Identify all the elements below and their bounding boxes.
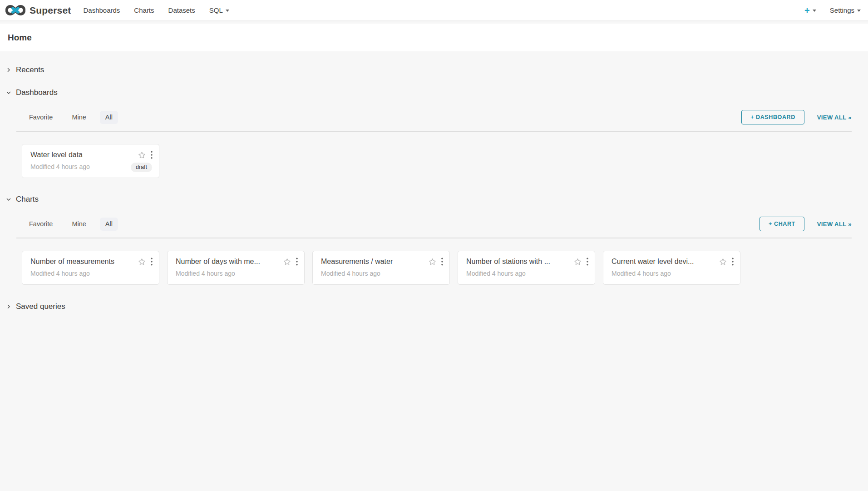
dashboards-actions: + DASHBOARD VIEW ALL » (741, 110, 852, 124)
card-icons (138, 258, 153, 266)
card-title[interactable]: Number of stations with ... (466, 257, 570, 266)
page-header: Home (0, 24, 868, 51)
card-icons (283, 258, 298, 266)
favorite-star-icon[interactable] (283, 258, 291, 266)
tab-filter[interactable]: Mine (66, 218, 91, 231)
kebab-menu-icon[interactable] (151, 151, 153, 159)
card-title-row: Measurements / water (321, 257, 443, 266)
charts-controls: Favorite Mine All + CHART VIEW ALL » (6, 217, 852, 231)
chart-card[interactable]: Measurements / water Modified 4 hours ag… (312, 251, 450, 285)
add-dashboard-button[interactable]: + DASHBOARD (741, 110, 804, 124)
card-title[interactable]: Water level data (30, 150, 134, 159)
chevron-down-icon (6, 197, 11, 202)
home-content: Recents Dashboards Favorite Mine All + D… (0, 65, 868, 312)
dashboard-card[interactable]: Water level data Modified 4 hours ago dr… (22, 144, 159, 178)
nav-item-label: Datasets (168, 6, 195, 14)
chart-card[interactable]: Current water level devi... Modified 4 h… (603, 251, 740, 285)
tab-filter[interactable]: Mine (66, 111, 91, 124)
chart-card[interactable]: Number of stations with ... Modified 4 h… (458, 251, 595, 285)
card-modified: Modified 4 hours ago (466, 270, 588, 278)
nav-item-sql[interactable]: SQL (209, 5, 229, 16)
tab-filter[interactable]: All (100, 218, 118, 231)
favorite-star-icon[interactable] (138, 151, 146, 159)
caret-down-icon (226, 10, 229, 12)
section-header-charts[interactable]: Charts (6, 194, 852, 204)
dashboards-controls: Favorite Mine All + DASHBOARD VIEW ALL » (6, 110, 852, 124)
card-title-row: Number of measurements (30, 257, 153, 266)
caret-down-icon (813, 10, 816, 12)
chart-cards: Number of measurements Modified 4 hours … (22, 251, 852, 285)
card-title-row: Water level data (30, 150, 153, 159)
card-modified: Modified 4 hours ago (30, 270, 153, 278)
nav-menu: Dashboards Charts Datasets SQL (83, 5, 229, 16)
favorite-star-icon[interactable] (138, 258, 146, 266)
dashboards-tabs: Favorite Mine All (24, 111, 118, 124)
card-icons (573, 258, 588, 266)
kebab-menu-icon[interactable] (296, 258, 298, 266)
navbar: Superset Dashboards Charts Datasets SQL … (0, 0, 868, 21)
charts-actions: + CHART VIEW ALL » (760, 217, 852, 231)
view-all-charts-link[interactable]: VIEW ALL » (817, 221, 852, 228)
card-modified: Modified 4 hours ago (321, 270, 443, 278)
tab-filter[interactable]: Favorite (24, 111, 58, 124)
section-dashboards: Dashboards Favorite Mine All + DASHBOARD… (6, 88, 852, 178)
chevron-down-icon (6, 90, 11, 95)
status-badge: draft (131, 163, 152, 172)
chart-card[interactable]: Number of measurements Modified 4 hours … (22, 251, 159, 285)
kebab-menu-icon[interactable] (151, 258, 153, 266)
section-header-recents[interactable]: Recents (6, 65, 852, 75)
navbar-right: + Settings (804, 6, 861, 15)
nav-item-dashboards[interactable]: Dashboards (83, 5, 120, 16)
kebab-menu-icon[interactable] (441, 258, 443, 266)
settings-menu[interactable]: Settings (830, 6, 861, 14)
section-title: Charts (16, 195, 39, 204)
divider (16, 238, 852, 238)
card-title[interactable]: Number of days with me... (176, 257, 279, 266)
card-icons (138, 151, 153, 159)
section-title: Saved queries (16, 302, 65, 311)
section-title: Recents (16, 65, 44, 74)
card-icons (719, 258, 734, 266)
new-item-menu[interactable]: + (804, 6, 816, 15)
caret-down-icon (857, 10, 861, 12)
card-icons (428, 258, 443, 266)
superset-infinity-icon (5, 4, 25, 16)
kebab-menu-icon[interactable] (587, 258, 588, 266)
brand-name: Superset (30, 5, 71, 16)
card-title-row: Number of stations with ... (466, 257, 588, 266)
card-title[interactable]: Measurements / water (321, 257, 424, 266)
plus-icon: + (804, 6, 810, 15)
chart-card[interactable]: Number of days with me... Modified 4 hou… (167, 251, 305, 285)
section-header-saved-queries[interactable]: Saved queries (6, 302, 852, 312)
superset-logo[interactable]: Superset (5, 4, 71, 16)
page-title: Home (8, 33, 32, 43)
card-modified: Modified 4 hours ago (612, 270, 734, 278)
favorite-star-icon[interactable] (719, 258, 727, 266)
nav-item-label: Charts (134, 6, 154, 14)
section-title: Dashboards (16, 88, 58, 97)
view-all-dashboards-link[interactable]: VIEW ALL » (817, 114, 852, 121)
tab-filter[interactable]: Favorite (24, 218, 58, 231)
tab-filter[interactable]: All (100, 111, 118, 124)
card-title[interactable]: Current water level devi... (612, 257, 715, 266)
card-modified: Modified 4 hours ago (176, 270, 298, 278)
add-chart-button[interactable]: + CHART (760, 217, 804, 231)
section-header-dashboards[interactable]: Dashboards (6, 88, 852, 98)
nav-item-label: Dashboards (83, 6, 120, 14)
nav-item-label: SQL (209, 6, 223, 14)
divider (16, 131, 852, 132)
kebab-menu-icon[interactable] (732, 258, 734, 266)
dashboard-cards: Water level data Modified 4 hours ago dr… (22, 144, 852, 178)
section-charts: Charts Favorite Mine All + CHART VIEW AL… (6, 194, 852, 285)
favorite-star-icon[interactable] (573, 258, 582, 266)
chevron-right-icon (6, 67, 11, 73)
favorite-star-icon[interactable] (428, 258, 437, 266)
chevron-right-icon (6, 304, 11, 309)
card-title[interactable]: Number of measurements (30, 257, 134, 266)
nav-item-charts[interactable]: Charts (134, 5, 154, 16)
charts-tabs: Favorite Mine All (24, 218, 118, 231)
card-title-row: Number of days with me... (176, 257, 298, 266)
settings-label: Settings (830, 6, 854, 14)
card-title-row: Current water level devi... (612, 257, 734, 266)
nav-item-datasets[interactable]: Datasets (168, 5, 195, 16)
